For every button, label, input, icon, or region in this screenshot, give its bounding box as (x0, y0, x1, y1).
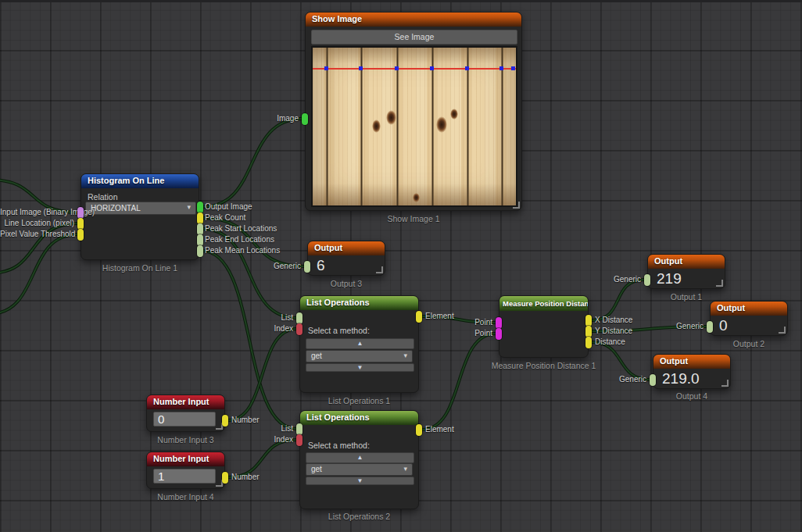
resize-handle[interactable] (721, 380, 729, 387)
port-peak-end-locations[interactable] (197, 234, 203, 246)
port-y-distance[interactable] (585, 326, 592, 337)
port-label-number-4: Number (231, 473, 260, 482)
port-generic-output-4[interactable] (650, 374, 656, 386)
node-show-image[interactable]: Show Image See Image (305, 12, 522, 211)
peak-dot (395, 66, 399, 70)
port-point-2[interactable] (496, 328, 502, 340)
port-label-element-2: Element (425, 425, 454, 434)
number-input-field-3[interactable] (153, 412, 216, 427)
caption-histogram: Histogram On Line 1 (81, 263, 199, 273)
node-histogram-on-line[interactable]: Histogram On Line Relation HORIZONTAL ▾ (81, 173, 199, 260)
wire[interactable] (227, 440, 297, 477)
port-index-2[interactable] (296, 434, 303, 446)
node-number-input-3[interactable]: Number Input (146, 395, 225, 432)
peak-dot (499, 66, 503, 70)
plank-gap (467, 48, 469, 205)
node-measure-position-distance[interactable]: Measure Position Distance (499, 295, 589, 358)
port-line-location[interactable] (77, 218, 84, 230)
port-generic-output-2[interactable] (707, 321, 713, 333)
peak-dot (324, 66, 328, 70)
resize-handle[interactable] (779, 327, 786, 334)
wire[interactable] (591, 280, 645, 320)
peak-dot (465, 66, 469, 70)
port-generic-output-3[interactable] (304, 261, 310, 273)
scroll-down-button[interactable]: ▼ (306, 363, 414, 372)
node-header-show-image[interactable]: Show Image (306, 12, 521, 27)
node-output-4[interactable]: Output 219.0 (653, 354, 731, 389)
port-pixel-value-threshold[interactable] (77, 229, 84, 241)
chevron-down-icon: ▾ (187, 202, 191, 213)
resize-handle[interactable] (513, 202, 520, 209)
see-image-button[interactable]: See Image (311, 30, 517, 45)
port-label-peak-start: Peak Start Locations (205, 224, 277, 234)
node-header-output-1[interactable]: Output (648, 255, 725, 269)
wire[interactable] (0, 234, 78, 314)
node-header-output-2[interactable]: Output (711, 302, 787, 316)
canvas-top-edge (0, 0, 802, 2)
scroll-up-button[interactable]: ▲ (306, 338, 414, 349)
port-input-image-binary[interactable] (77, 207, 84, 219)
port-x-distance[interactable] (585, 315, 592, 327)
port-label-point-1: Point (459, 318, 492, 327)
resize-handle[interactable] (376, 266, 383, 273)
node-output-1[interactable]: Output 219 (647, 254, 725, 289)
node-number-input-4[interactable]: Number Input (146, 452, 225, 489)
port-element-1[interactable] (416, 311, 422, 323)
scroll-up-button[interactable]: ▲ (306, 452, 414, 463)
port-point-1[interactable] (496, 317, 502, 329)
port-distance[interactable] (585, 337, 592, 348)
plank-gap (501, 48, 503, 205)
port-list-1[interactable] (296, 312, 303, 324)
node-output-3[interactable]: Output 6 (307, 241, 385, 276)
relation-dropdown[interactable]: HORIZONTAL ▾ (85, 202, 196, 215)
node-header-number-3[interactable]: Number Input (147, 395, 224, 409)
port-image-input[interactable] (302, 113, 308, 125)
port-label-image: Image (263, 114, 299, 123)
port-label-peak-end: Peak End Locations (205, 235, 274, 245)
port-label-list-2: List (260, 424, 293, 434)
port-label-pixel-threshold: Pixel Value Threshold (0, 230, 74, 239)
method-dropdown-2[interactable]: get ▾ (306, 463, 413, 476)
node-list-operations-1[interactable]: List Operations Select a method: ▲ get ▾… (299, 295, 419, 393)
port-index-1[interactable] (296, 323, 303, 335)
caption-output-3: Output 3 (307, 279, 385, 288)
caption-measure: Measure Position Distance 1 (483, 361, 604, 370)
wire[interactable] (202, 119, 303, 207)
node-header-number-4[interactable]: Number Input (147, 452, 224, 466)
node-header-histogram[interactable]: Histogram On Line (81, 174, 199, 188)
port-label-element-1: Element (425, 312, 454, 321)
wire[interactable] (421, 334, 496, 430)
port-generic-output-1[interactable] (644, 274, 650, 286)
port-number-3[interactable] (222, 415, 228, 427)
node-header-output-3[interactable]: Output (308, 241, 385, 255)
node-graph-canvas[interactable]: Show Image See Image Image Show Image 1 … (0, 0, 802, 532)
port-peak-count[interactable] (197, 212, 203, 224)
scroll-down-button[interactable]: ▼ (306, 477, 414, 485)
node-output-2[interactable]: Output 0 (710, 301, 788, 336)
node-header-list-ops-1[interactable]: List Operations (300, 296, 418, 310)
resize-handle[interactable] (716, 280, 723, 287)
output-3-value: 6 (317, 257, 325, 274)
port-peak-start-locations[interactable] (197, 223, 203, 235)
wire[interactable] (227, 329, 297, 420)
port-label-distance: Distance (595, 337, 625, 347)
port-number-4[interactable] (222, 472, 228, 484)
node-header-measure[interactable]: Measure Position Distance (499, 296, 588, 311)
port-list-2[interactable] (296, 423, 303, 435)
port-peak-mean-locations[interactable] (197, 245, 203, 257)
number-input-field-4[interactable] (153, 469, 216, 484)
port-label-index-1: Index (260, 324, 293, 334)
node-header-output-4[interactable]: Output (653, 355, 730, 369)
peak-dot (359, 66, 363, 70)
port-label-number-3: Number (231, 416, 260, 425)
peak-dot-end (517, 66, 517, 70)
peak-dot (511, 66, 515, 70)
port-label-peak-count: Peak Count (205, 213, 245, 223)
port-element-2[interactable] (416, 424, 422, 436)
method-dropdown-1[interactable]: get ▾ (306, 350, 413, 362)
wire[interactable] (0, 234, 78, 314)
node-header-list-ops-2[interactable]: List Operations (300, 411, 418, 425)
port-output-image[interactable] (197, 202, 203, 213)
wood-knot (386, 110, 396, 125)
node-list-operations-2[interactable]: List Operations Select a method: ▲ get ▾… (299, 410, 419, 509)
